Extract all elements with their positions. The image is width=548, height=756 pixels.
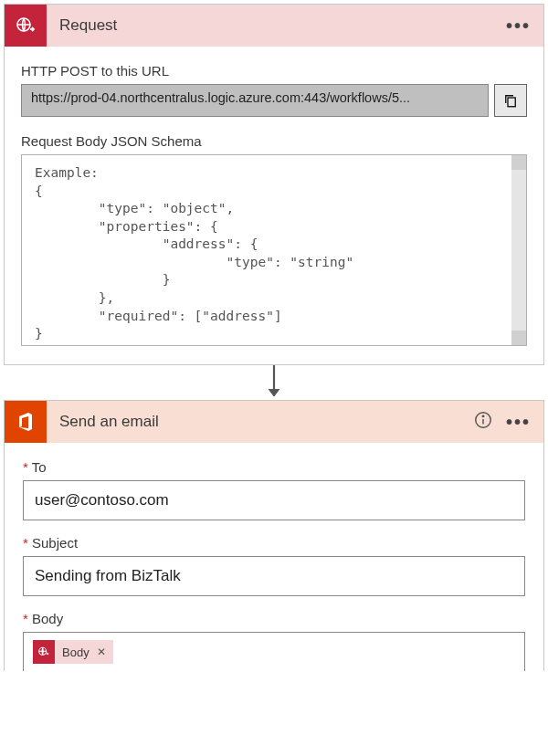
copy-url-button[interactable] (494, 84, 527, 117)
schema-text: Example: { "type": "object", "properties… (22, 155, 526, 345)
email-more-button[interactable]: ••• (506, 413, 531, 431)
request-card: Request ••• HTTP POST to this URL https:… (4, 4, 544, 365)
schema-scrollbar[interactable] (511, 155, 526, 345)
office-icon (5, 401, 47, 443)
email-header[interactable]: Send an email ••• (5, 401, 543, 443)
copy-icon (502, 92, 519, 109)
body-token-label: Body (62, 646, 90, 659)
required-marker: * (23, 611, 28, 626)
body-input[interactable]: Body ✕ (23, 632, 525, 671)
request-body-panel: HTTP POST to this URL https://prod-04.no… (5, 47, 543, 364)
email-body-panel: * To * Subject * Body Body ✕ (5, 443, 543, 671)
body-label: * Body (23, 611, 525, 626)
required-marker: * (23, 535, 28, 551)
close-icon[interactable]: ✕ (97, 646, 106, 658)
request-header[interactable]: Request ••• (5, 5, 543, 47)
svg-point-4 (482, 415, 483, 416)
request-icon (5, 5, 47, 47)
info-button[interactable] (473, 410, 493, 434)
email-card: Send an email ••• * To * Subject * Body (4, 400, 544, 671)
to-label: * To (23, 459, 525, 475)
flow-arrow (4, 365, 544, 400)
subject-label: * Subject (23, 535, 525, 551)
schema-input[interactable]: Example: { "type": "object", "properties… (21, 154, 527, 346)
email-title: Send an email (59, 413, 473, 431)
subject-input[interactable] (23, 556, 525, 596)
request-title: Request (59, 16, 506, 35)
info-icon (473, 410, 493, 430)
request-more-button[interactable]: ••• (506, 16, 531, 35)
required-marker: * (23, 459, 28, 475)
body-token[interactable]: Body ✕ (33, 640, 113, 664)
url-input[interactable]: https://prod-04.northcentralus.logic.azu… (21, 84, 489, 117)
svg-rect-1 (508, 98, 515, 107)
schema-label: Request Body JSON Schema (21, 133, 527, 149)
arrow-down-icon (265, 365, 283, 400)
to-input[interactable] (23, 480, 525, 520)
url-label: HTTP POST to this URL (21, 63, 527, 79)
request-icon (33, 640, 55, 664)
